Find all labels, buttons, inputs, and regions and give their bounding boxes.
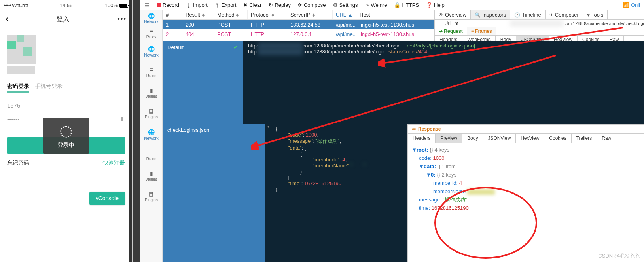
col-protocol[interactable]: Protocol◆ xyxy=(248,10,287,19)
col-result[interactable]: Result◆ xyxy=(182,10,214,19)
whistle-app: ☰ Record ⭳Import ⭱Export ✖Clear ↻Replay … xyxy=(133,0,644,262)
tab-tools[interactable]: ♥Tools xyxy=(583,10,608,19)
clock-icon: 🕐 xyxy=(514,12,520,18)
replay-icon: ↻ xyxy=(269,2,273,8)
resp-tab-trailers[interactable]: Trailers xyxy=(572,134,597,143)
help-icon: ❓ xyxy=(426,2,432,8)
vconsole-button[interactable]: vConsole xyxy=(89,192,125,205)
resp-tab-body[interactable]: Body xyxy=(462,134,483,143)
plugin-icon: ▦ xyxy=(149,191,154,197)
table-row[interactable]: 1200POSTHTTP183.62.24.58/api/me...lingxi… xyxy=(163,20,434,29)
col-serverip[interactable]: ServerIP◆ xyxy=(287,10,333,19)
list-icon: ≡ xyxy=(150,28,153,34)
url-tail: com:12880/api/member/mobile/checkLogi xyxy=(563,21,644,26)
quick-register-link[interactable]: 快速注册 xyxy=(103,159,125,167)
compose-icon: ✈ xyxy=(298,2,302,8)
sidebar-rules[interactable]: ≡Rules xyxy=(140,26,162,41)
col-url[interactable]: URL▲ xyxy=(333,10,356,19)
phone-input[interactable]: 1576 xyxy=(7,100,125,111)
list-icon: ≡ xyxy=(150,150,153,156)
spinner-icon xyxy=(60,126,72,138)
value-item-checkloginss[interactable]: checkLoginss.json xyxy=(163,124,265,136)
more-icon[interactable]: ••• xyxy=(117,15,127,23)
folder-icon: ▮ xyxy=(150,87,153,93)
clear-icon: ✖ xyxy=(243,2,248,8)
response-tree[interactable]: ▼root: {} 4 keys code: 1000 ▼data: [] 1 … xyxy=(408,143,644,215)
time-label: 14:56 xyxy=(60,2,73,8)
clear-button[interactable]: ✖Clear xyxy=(243,2,261,8)
username-blur xyxy=(7,66,35,74)
back-icon[interactable]: ‹ xyxy=(6,14,8,24)
arrow-left-icon: ⬅ xyxy=(412,126,416,132)
sidebar-rules-3[interactable]: ≡Rules xyxy=(140,145,162,165)
sidebar-network-3[interactable]: 🌐Network xyxy=(140,124,162,145)
resp-tab-headers[interactable]: Headers xyxy=(408,134,436,143)
rule-item-default[interactable]: Default✔ xyxy=(163,41,243,53)
menu-icon[interactable]: ☰ xyxy=(144,2,150,8)
sidebar-network-2[interactable]: 🌐Network xyxy=(140,41,162,62)
table-row[interactable]: 2404POSTHTTP127.0.0.1/api/me...lingxi-h5… xyxy=(163,29,434,39)
carrier-label: ••••• WeChat xyxy=(4,2,28,8)
left-sidebar-top: 🌐Network ≡Rules xyxy=(140,10,163,41)
tab-password-login[interactable]: 密码登录 xyxy=(7,83,29,93)
rules-editor[interactable]: http: com:12880/api/member/mobile/checkL… xyxy=(243,41,644,124)
online-button[interactable]: 📶Onli xyxy=(623,2,640,8)
send-icon: ✈ xyxy=(549,12,553,18)
avatar xyxy=(7,35,36,64)
phone-navbar: ‹ 登入 ••• xyxy=(0,10,132,28)
phone-simulator: ••••• WeChat 14:56 100% ‹ 登入 ••• 密码登录 手机… xyxy=(0,0,133,262)
tab-timeline[interactable]: 🕐Timeline xyxy=(510,10,546,19)
json-editor[interactable]: ▾ { "code": 1000, "message": "操作成功", "da… xyxy=(265,124,408,262)
eye-icon[interactable]: 👁 xyxy=(119,116,125,123)
url-row: Url com:12880/api/member/mobile/checkLog… xyxy=(435,20,644,27)
password-input[interactable]: •••••• xyxy=(7,114,20,125)
loading-overlay: 登录中 xyxy=(43,118,89,154)
top-toolbar: ☰ Record ⭳Import ⭱Export ✖Clear ↻Replay … xyxy=(140,0,644,10)
tab-composer[interactable]: ✈Composer xyxy=(546,10,583,19)
network-table: # Result◆ Method◆ Protocol◆ ServerIP◆ UR… xyxy=(163,10,434,41)
export-icon: ⭱ xyxy=(215,2,220,8)
sidebar-values-3[interactable]: ▮Values xyxy=(140,165,162,186)
col-host[interactable]: Host xyxy=(356,10,434,19)
record-icon xyxy=(157,3,161,7)
resp-tab-jsonview[interactable]: JSONView xyxy=(483,134,516,143)
inspector-panel: 👁Overview 🔍Inspectors 🕐Timeline ✈Compose… xyxy=(434,10,644,41)
settings-button[interactable]: ⚙Settings xyxy=(333,2,358,8)
gear-icon: ⚙ xyxy=(333,2,338,8)
status-bar: ••••• WeChat 14:56 100% xyxy=(0,0,132,10)
tab-mobile-login[interactable]: 手机号登录 xyxy=(35,83,63,93)
url-blur xyxy=(510,20,564,27)
check-icon: ✔ xyxy=(233,44,238,50)
import-icon: ⭳ xyxy=(186,2,191,8)
resp-tab-preview[interactable]: Preview xyxy=(436,134,462,143)
resp-tab-cookies[interactable]: Cookies xyxy=(544,134,571,143)
compose-button[interactable]: ✈Compose xyxy=(298,2,326,8)
request-frames-tabs: ➔ Request ≡ Frames xyxy=(435,27,644,36)
sidebar-values-2[interactable]: ▮Values xyxy=(140,82,162,103)
tab-overview[interactable]: 👁Overview xyxy=(435,10,471,19)
https-button[interactable]: 🔒HTTPS xyxy=(394,2,419,8)
sidebar-plugins-2[interactable]: ▦Plugins xyxy=(140,103,162,123)
resp-tab-raw[interactable]: Raw xyxy=(597,134,616,143)
sidebar-network[interactable]: 🌐Network xyxy=(140,10,162,26)
login-tabs: 密码登录 手机号登录 xyxy=(7,83,125,93)
table-header: # Result◆ Method◆ Protocol◆ ServerIP◆ UR… xyxy=(163,10,434,20)
resp-tab-hexview[interactable]: HexView xyxy=(516,134,544,143)
col-method[interactable]: Method◆ xyxy=(214,10,248,19)
heart-icon: ♥ xyxy=(587,12,590,18)
export-button[interactable]: ⭱Export xyxy=(215,2,237,8)
forgot-password-link[interactable]: 忘记密码 xyxy=(7,159,29,167)
sidebar-rules-2[interactable]: ≡Rules xyxy=(140,62,162,82)
tab-inspectors[interactable]: 🔍Inspectors xyxy=(471,10,510,19)
replay-button[interactable]: ↻Replay xyxy=(269,2,290,8)
help-button[interactable]: ❓Help xyxy=(426,2,445,8)
record-button[interactable]: Record xyxy=(157,2,179,8)
weinre-button[interactable]: ≋Weinre xyxy=(365,2,387,8)
tab-request[interactable]: ➔ Request xyxy=(435,27,467,35)
url-input[interactable] xyxy=(453,20,510,27)
col-index[interactable]: # xyxy=(163,10,182,19)
import-button[interactable]: ⭳Import xyxy=(186,2,208,8)
left-sidebar-bot: 🌐Network ≡Rules ▮Values ▦Plugins xyxy=(140,124,163,262)
tab-frames[interactable]: ≡ Frames xyxy=(467,27,496,35)
sidebar-plugins-3[interactable]: ▦Plugins xyxy=(140,186,162,207)
